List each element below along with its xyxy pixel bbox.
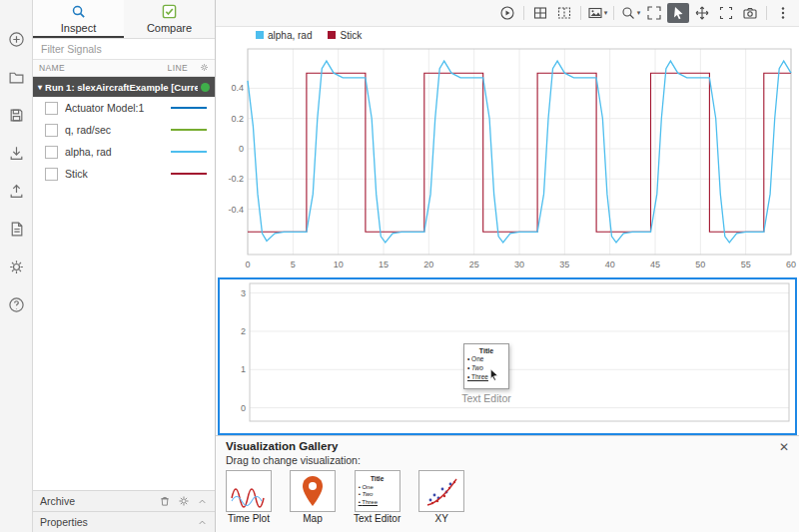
svg-text:25: 25 [469, 260, 479, 269]
text-icon-item: • Two [359, 491, 397, 499]
drag-ghost-card: Title • One • Two • Three [463, 343, 509, 389]
create-report-icon[interactable] [6, 220, 26, 238]
column-settings-gear-icon[interactable] [200, 63, 209, 74]
column-name[interactable]: NAME [39, 63, 65, 73]
svg-text:10: 10 [334, 260, 344, 269]
svg-text:0: 0 [245, 260, 250, 269]
run-label: Run 1: slexAircraftExample [Current] [45, 82, 198, 93]
signal-name: alpha, rad [65, 146, 171, 158]
properties-label: Properties [40, 516, 88, 528]
signal-row[interactable]: Stick [33, 163, 215, 185]
toolbar-separator [613, 6, 614, 20]
signal-name: q, rad/sec [65, 124, 171, 136]
column-line[interactable]: LINE [168, 63, 189, 73]
signal-checkbox[interactable] [45, 168, 58, 181]
signal-checkbox[interactable] [45, 102, 58, 115]
signal-line-sample [171, 151, 207, 153]
gallery-item-label: Text Editor [354, 513, 400, 524]
snapshot-camera-icon[interactable] [739, 3, 761, 23]
svg-text:40: 40 [605, 260, 615, 269]
svg-text:35: 35 [559, 260, 569, 269]
save-icon[interactable] [6, 106, 26, 124]
add-icon[interactable] [6, 30, 26, 48]
tab-compare[interactable]: Compare [124, 0, 215, 38]
time-plot-icon [226, 470, 272, 512]
close-icon[interactable]: ✕ [779, 440, 789, 454]
archive-collapse-chevron-icon[interactable] [197, 496, 208, 507]
svg-text:2: 2 [241, 326, 246, 336]
legend-swatch [328, 31, 336, 39]
signal-line-sample [171, 107, 207, 109]
export-icon[interactable] [6, 182, 26, 200]
zoom-options-icon[interactable]: ▾ [619, 3, 641, 23]
tab-inspect[interactable]: Inspect [33, 0, 124, 38]
tab-compare-label: Compare [147, 22, 192, 34]
edit-layout-icon[interactable] [553, 3, 575, 23]
signal-checkbox[interactable] [45, 124, 58, 137]
svg-text:15: 15 [379, 260, 389, 269]
signal-row[interactable]: Actuator Model:1 [33, 97, 215, 119]
import-icon[interactable] [6, 144, 26, 162]
fit-to-view-icon[interactable] [643, 3, 665, 23]
plot-toolbar: ▾ ▾ [216, 0, 799, 27]
trash-icon[interactable] [159, 495, 171, 507]
properties-bar[interactable]: Properties [33, 511, 215, 532]
archive-gear-icon[interactable] [178, 495, 190, 507]
filter-signals-input[interactable]: Filter Signals [33, 39, 215, 60]
signal-browser-panel: Inspect Compare Filter Signals NAME LINE… [33, 0, 216, 532]
run-simulation-icon[interactable] [496, 3, 518, 23]
gallery-item-label: Time Plot [228, 513, 270, 524]
svg-text:0: 0 [241, 403, 246, 413]
figure-export-icon[interactable]: ▾ [586, 3, 608, 23]
preferences-gear-icon[interactable] [6, 258, 26, 275]
layout-grid-icon[interactable] [529, 3, 551, 23]
plot-legend: alpha, rad Stick [216, 27, 799, 43]
legend-label: Stick [340, 30, 362, 41]
svg-text:50: 50 [695, 260, 705, 269]
gallery-item-map[interactable]: Map [290, 470, 336, 524]
svg-text:3: 3 [241, 288, 246, 298]
archive-bar[interactable]: Archive [33, 490, 215, 511]
gallery-instruction: Drag to change visualization: [226, 454, 789, 466]
run-collapse-caret-icon[interactable]: ▾ [38, 83, 42, 92]
top-time-plot[interactable]: 051015202530354045505560-0.4-0.200.20.4 [216, 43, 799, 276]
run-row[interactable]: ▾ Run 1: slexAircraftExample [Current] [33, 77, 215, 97]
xy-plot-icon [418, 470, 464, 512]
legend-item: Stick [328, 30, 362, 41]
svg-text:55: 55 [741, 260, 751, 269]
svg-text:1: 1 [241, 364, 246, 374]
svg-text:-0.2: -0.2 [228, 174, 244, 184]
gallery-items: Time Plot Map Title • One • Two • Three [226, 470, 789, 524]
open-folder-icon[interactable] [6, 68, 26, 86]
legend-label: alpha, rad [268, 30, 312, 41]
svg-text:45: 45 [650, 260, 660, 269]
svg-text:60: 60 [786, 260, 796, 269]
maximize-icon[interactable] [715, 3, 737, 23]
signal-row[interactable]: q, rad/sec [33, 119, 215, 141]
pointer-select-icon[interactable] [667, 3, 689, 23]
toolbar-separator [766, 6, 767, 20]
gallery-item-xy[interactable]: XY [418, 470, 464, 524]
text-editor-icon: Title • One • Two • Three [355, 470, 400, 512]
mouse-cursor-icon [487, 368, 500, 381]
gallery-item-text-editor[interactable]: Title • One • Two • Three Text Editor [354, 470, 400, 524]
selected-subplot[interactable]: 0123 Title • One • Two • Three Text Edit… [218, 277, 797, 435]
legend-swatch [256, 31, 264, 39]
properties-collapse-chevron-icon[interactable] [197, 517, 208, 528]
svg-text:5: 5 [291, 260, 296, 269]
signal-table-header: NAME LINE [33, 60, 215, 77]
ghost-title: Title [467, 346, 505, 355]
toolbar-separator [580, 6, 581, 20]
drag-ghost-label: Text Editor [456, 392, 516, 404]
more-options-icon[interactable] [772, 3, 794, 23]
left-icon-strip [0, 0, 33, 532]
gallery-item-time-plot[interactable]: Time Plot [226, 470, 272, 524]
help-icon[interactable] [6, 295, 26, 313]
signal-name: Actuator Model:1 [65, 102, 171, 114]
signal-checkbox[interactable] [45, 146, 58, 159]
text-icon-title: Title [359, 475, 397, 483]
pan-icon[interactable] [691, 3, 713, 23]
ghost-item: • One [467, 355, 505, 364]
signal-row[interactable]: alpha, rad [33, 141, 215, 163]
panel-tabs: Inspect Compare [33, 0, 215, 39]
